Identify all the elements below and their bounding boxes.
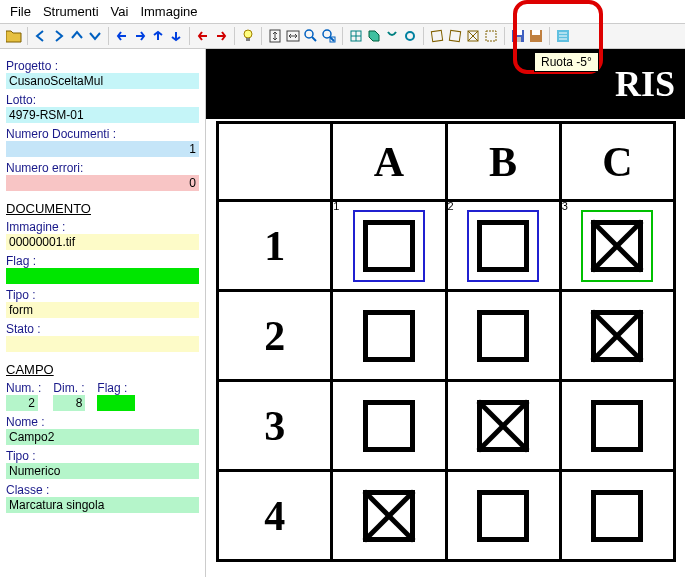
col-header-b: B <box>448 124 562 202</box>
separator <box>189 27 190 45</box>
tag-icon[interactable] <box>366 28 382 44</box>
lightbulb-icon[interactable] <box>240 28 256 44</box>
separator <box>423 27 424 45</box>
save-icon[interactable] <box>510 28 526 44</box>
stato-value <box>6 336 199 352</box>
tool1-icon[interactable] <box>384 28 400 44</box>
svg-rect-23 <box>532 30 540 35</box>
tag-3: 3 <box>562 200 568 212</box>
flag-label: Flag : <box>6 254 199 268</box>
cell-3c <box>562 382 676 472</box>
documento-header: DOCUMENTO <box>6 201 199 216</box>
svg-rect-20 <box>514 30 522 35</box>
svg-point-0 <box>244 30 252 38</box>
checkbox-marked-icon <box>477 400 529 452</box>
cell-4a <box>333 472 447 562</box>
checkbox-icon <box>477 490 529 542</box>
cell-3b <box>448 382 562 472</box>
tag-2: 2 <box>448 200 454 212</box>
cell-1c: 3 <box>562 202 676 292</box>
checkbox-icon <box>363 310 415 362</box>
checkbox-marked-icon <box>591 220 643 272</box>
arrow-down-icon[interactable] <box>87 28 103 44</box>
cell-2c <box>562 292 676 382</box>
fit-height-icon[interactable] <box>267 28 283 44</box>
svg-rect-21 <box>515 37 521 42</box>
stato-label: Stato : <box>6 322 199 336</box>
campo-header: CAMPO <box>6 362 199 377</box>
numerr-value: 0 <box>6 175 199 191</box>
num-value: 2 <box>6 395 38 411</box>
checkbox-icon <box>477 310 529 362</box>
grid-icon[interactable] <box>348 28 364 44</box>
image-viewer[interactable]: RIS A B C 1 1 2 3 2 3 <box>205 49 685 577</box>
menu-strumenti[interactable]: Strumenti <box>43 4 99 19</box>
tag-1: 1 <box>333 200 339 212</box>
arrow-right-red-icon[interactable] <box>213 28 229 44</box>
rotate2-icon[interactable] <box>447 28 463 44</box>
svg-rect-13 <box>431 30 442 41</box>
svg-point-4 <box>305 30 313 38</box>
cell-1b: 2 <box>448 202 562 292</box>
menu-immagine[interactable]: Immagine <box>140 4 197 19</box>
nome-label: Nome : <box>6 415 199 429</box>
arrow-down-blue-icon[interactable] <box>168 28 184 44</box>
dim-label: Dim. : <box>53 381 85 395</box>
arrow-left-blue-icon[interactable] <box>114 28 130 44</box>
tooltip: Ruota -5° <box>534 52 599 72</box>
numerr-label: Numero errori: <box>6 161 199 175</box>
col-header-c: C <box>562 124 676 202</box>
form-grid: A B C 1 1 2 3 2 3 <box>216 121 676 562</box>
arrow-left-red-icon[interactable] <box>195 28 211 44</box>
dim-value: 8 <box>53 395 85 411</box>
svg-rect-1 <box>246 38 250 41</box>
corner-cell <box>219 124 333 202</box>
form-title: RIS <box>206 49 685 119</box>
cell-1a: 1 <box>333 202 447 292</box>
arrow-left-icon[interactable] <box>33 28 49 44</box>
arrow-right-icon[interactable] <box>51 28 67 44</box>
zoom-icon[interactable] <box>303 28 319 44</box>
cell-3a <box>333 382 447 472</box>
separator <box>549 27 550 45</box>
ctipo-value: Numerico <box>6 463 199 479</box>
progetto-value: CusanoSceltaMul <box>6 73 199 89</box>
immagine-label: Immagine : <box>6 220 199 234</box>
save2-icon[interactable] <box>528 28 544 44</box>
menu-file[interactable]: File <box>10 4 31 19</box>
lotto-value: 4979-RSM-01 <box>6 107 199 123</box>
cflag-value <box>97 395 135 411</box>
rotate4-icon[interactable] <box>483 28 499 44</box>
checkbox-icon <box>363 220 415 272</box>
separator <box>108 27 109 45</box>
checkbox-icon <box>591 400 643 452</box>
tipo-label: Tipo : <box>6 288 199 302</box>
list-icon[interactable] <box>555 28 571 44</box>
rotate1-icon[interactable] <box>429 28 445 44</box>
svg-rect-14 <box>449 30 460 41</box>
numdoc-value: 1 <box>6 141 199 157</box>
arrow-up-icon[interactable] <box>69 28 85 44</box>
num-label: Num. : <box>6 381 41 395</box>
svg-line-5 <box>312 37 316 41</box>
cell-2a <box>333 292 447 382</box>
separator <box>234 27 235 45</box>
arrow-up-blue-icon[interactable] <box>150 28 166 44</box>
fit-width-icon[interactable] <box>285 28 301 44</box>
folder-icon[interactable] <box>6 28 22 44</box>
menubar: File Strumenti Vai Immagine <box>0 0 685 24</box>
separator <box>27 27 28 45</box>
classe-label: Classe : <box>6 483 199 497</box>
checkbox-icon <box>477 220 529 272</box>
checkbox-marked-icon <box>363 490 415 542</box>
checkbox-marked-icon <box>591 310 643 362</box>
zoom-area-icon[interactable] <box>321 28 337 44</box>
cell-4b <box>448 472 562 562</box>
ctipo-label: Tipo : <box>6 449 199 463</box>
rotate3-icon[interactable] <box>465 28 481 44</box>
tool2-icon[interactable] <box>402 28 418 44</box>
cell-4c <box>562 472 676 562</box>
menu-vai[interactable]: Vai <box>111 4 129 19</box>
arrow-right-blue-icon[interactable] <box>132 28 148 44</box>
sidebar: Progetto : CusanoSceltaMul Lotto: 4979-R… <box>0 49 205 577</box>
